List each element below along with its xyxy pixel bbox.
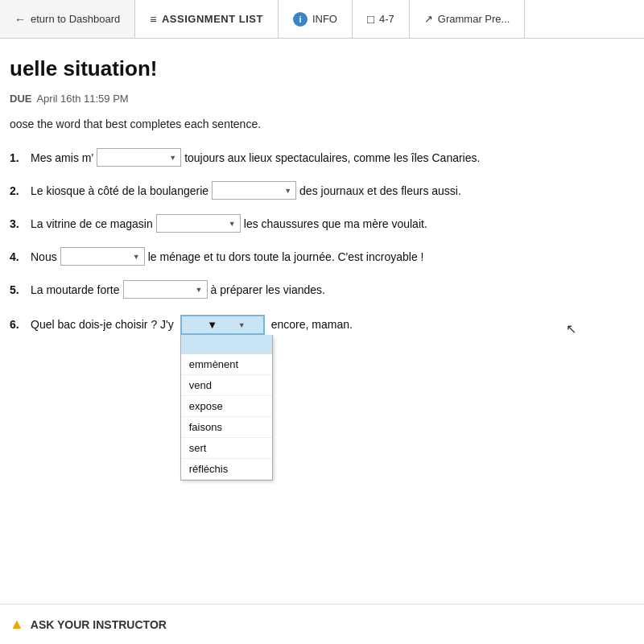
dropdown-value-6 (187, 319, 190, 331)
dropdown-list-6: emmènent vend expose faisons sert réfléc… (180, 335, 273, 481)
question-num-3: 3. (10, 217, 27, 230)
due-date: April 16th 11:59 PM (36, 93, 128, 105)
question-text-5-after: à préparer les viandes. (211, 283, 325, 296)
cursor-arrow-icon: ↖ (566, 321, 576, 336)
question-item-2: 2. Le kiosque à côté de la boulangerie e… (10, 181, 625, 200)
select-wrapper-1[interactable]: emmènent vend expose faisons sert réfléc… (97, 148, 181, 167)
return-dashboard-label: eturn to Dashboard (31, 13, 120, 25)
book-label: 4-7 (379, 13, 394, 25)
due-label: DUE (10, 93, 31, 105)
info-icon: i (293, 12, 308, 27)
question-text-1-after: toujours aux lieux spectaculaires, comme… (184, 151, 480, 164)
warning-icon: ▲ (10, 616, 24, 633)
return-icon: ← (14, 13, 26, 26)
dropdown-option-blank[interactable] (181, 335, 272, 354)
dropdown-trigger-6[interactable]: ▼ (180, 315, 265, 335)
question-item-3: 3. La vitrine de ce magasin emmènent ven… (10, 214, 625, 233)
dropdown-5[interactable]: emmènent vend expose faisons sert réfléc… (123, 280, 208, 299)
question-item-6: 6. Quel bac dois-je choisir ? J'y ▼ emmè… (10, 313, 625, 335)
question-num-4: 4. (10, 250, 27, 263)
dropdown-option-faisons[interactable]: faisons (181, 417, 272, 438)
title-row: uelle situation! (10, 56, 625, 85)
dropdown-option-sert[interactable]: sert (181, 438, 272, 459)
question-text-2-after: des journaux et des fleurs aussi. (299, 184, 461, 197)
instruction-text: oose the word that best completes each s… (10, 118, 625, 130)
info-label: INFO (312, 13, 337, 25)
dropdown-3[interactable]: emmènent vend expose faisons sert réfléc… (156, 214, 241, 233)
dropdown-option-emmenent[interactable]: emmènent (181, 354, 272, 375)
assignment-list-label: ASSIGNMENT LIST (162, 13, 263, 25)
grammar-label: Grammar Pre... (438, 13, 510, 25)
question-text-2-before: Le kiosque à côté de la boulangerie (31, 184, 208, 197)
dropdown-option-vend[interactable]: vend (181, 375, 272, 396)
select-wrapper-5[interactable]: emmènent vend expose faisons sert réfléc… (123, 280, 208, 299)
question-text-3-after: les chaussures que ma mère voulait. (244, 217, 427, 230)
main-content: uelle situation! DUE April 16th 11:59 PM… (0, 39, 644, 365)
book-nav[interactable]: □ 4-7 (353, 0, 410, 38)
select-wrapper-2[interactable]: emmènent vend expose faisons sert réfléc… (212, 181, 296, 200)
dropdown-1[interactable]: emmènent vend expose faisons sert réfléc… (97, 148, 181, 167)
question-text-6-before: Quel bac dois-je choisir ? J'y (31, 315, 174, 331)
dropdown-arrow-6: ▼ (207, 319, 217, 331)
question-text-3-before: La vitrine de ce magasin (31, 217, 153, 230)
question-item-4: 4. Nous emmènent vend expose faisons ser… (10, 247, 625, 266)
question-text-4-before: Nous (31, 250, 57, 263)
ask-instructor-label: ASK YOUR INSTRUCTOR (31, 618, 167, 631)
question-text-5-before: La moutarde forte (31, 283, 120, 296)
top-navigation: ← eturn to Dashboard ≡ ASSIGNMENT LIST i… (0, 0, 644, 39)
list-icon: ≡ (150, 13, 157, 26)
dropdown-2[interactable]: emmènent vend expose faisons sert réfléc… (212, 181, 296, 200)
question-text-6-after: encore, maman. (271, 315, 353, 331)
dropdown-4[interactable]: emmènent vend expose faisons sert réfléc… (60, 247, 145, 266)
ask-instructor-footer[interactable]: ▲ ASK YOUR INSTRUCTOR (0, 604, 644, 644)
question-text-1-before: Mes amis m' (31, 151, 93, 164)
info-nav[interactable]: i INFO (279, 0, 353, 38)
grammar-nav[interactable]: ↗ Grammar Pre... (410, 0, 526, 38)
question-num-2: 2. (10, 184, 27, 197)
question-text-4-after: le ménage et tu dors toute la journée. C… (148, 250, 424, 263)
return-dashboard-nav[interactable]: ← eturn to Dashboard (0, 0, 135, 38)
dropdown-option-reflechis[interactable]: réfléchis (181, 459, 272, 480)
due-date-row: DUE April 16th 11:59 PM (10, 93, 625, 105)
assignment-title: uelle situation! (10, 56, 157, 81)
grammar-icon: ↗ (424, 13, 433, 25)
question-item-5: 5. La moutarde forte emmènent vend expos… (10, 280, 625, 299)
dropdown-option-expose[interactable]: expose (181, 396, 272, 417)
question-item-1: 1. Mes amis m' emmènent vend expose fais… (10, 148, 625, 167)
select-wrapper-3[interactable]: emmènent vend expose faisons sert réfléc… (156, 214, 241, 233)
question-num-6: 6. (10, 315, 27, 331)
question-num-1: 1. (10, 151, 27, 164)
book-icon: □ (367, 12, 374, 26)
question-num-5: 5. (10, 283, 27, 296)
question-list: 1. Mes amis m' emmènent vend expose fais… (10, 148, 625, 335)
dropdown-open-wrapper-6[interactable]: ▼ emmènent vend expose faisons sert réfl… (180, 315, 265, 335)
select-wrapper-4[interactable]: emmènent vend expose faisons sert réfléc… (60, 247, 145, 266)
assignment-list-nav[interactable]: ≡ ASSIGNMENT LIST (135, 0, 279, 38)
